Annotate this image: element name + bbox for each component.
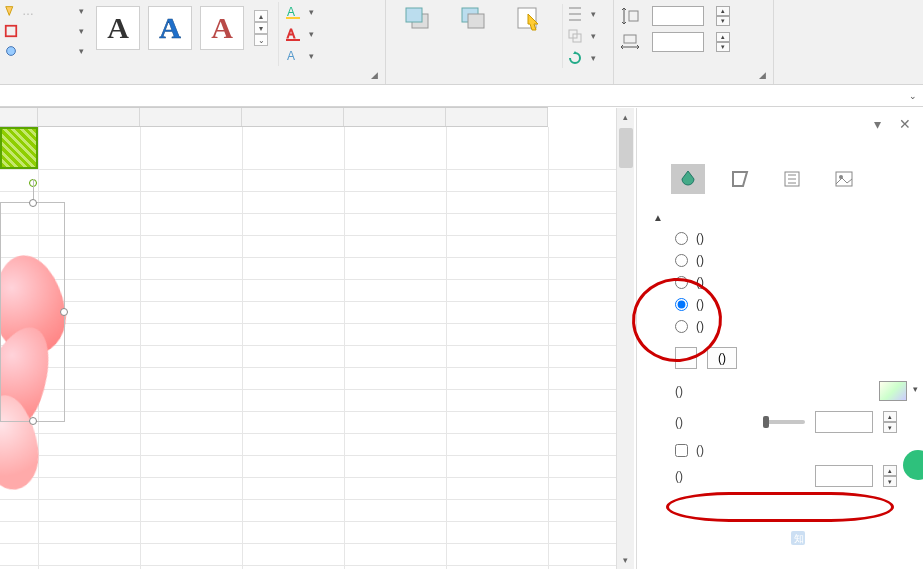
wordart-group-label [94,78,379,84]
svg-point-1 [7,47,16,56]
svg-rect-14 [629,11,638,21]
shape-fill-truncated[interactable]: …▾ [0,2,88,20]
fill-section-header[interactable]: ▲ [653,212,911,223]
texture-label: () [675,384,683,398]
size-group: ▴▾ ▴▾ ◢ [614,0,774,84]
format-picture-panel: ▾ ✕ ▲ () () () [636,108,923,569]
svg-text:知: 知 [794,533,804,544]
wordart-styles-group: A A A ▴▾⌄ A ▾ A ▾ A ▾ [88,0,386,84]
height-spinner[interactable]: ▴▾ [716,6,730,26]
svg-text:A: A [287,27,295,41]
watermark-text: 知 [789,529,813,547]
svg-rect-17 [836,172,852,186]
bring-forward-button[interactable] [392,4,444,32]
svg-rect-3 [286,17,300,19]
offset-left-spinner[interactable]: ▴▾ [883,465,897,487]
effects-category-icon[interactable] [723,164,757,194]
svg-rect-5 [286,39,300,41]
fill-pattern-radio[interactable]: () [675,319,911,333]
offset-left-label: () [675,469,753,483]
text-effects-button[interactable]: A ▾ [285,46,314,66]
clipboard-button[interactable]: () [707,347,737,369]
size-dialog-launcher[interactable]: ◢ [759,70,771,82]
fill-line-category-icon[interactable] [671,164,705,194]
shape-styles-edge: …▾ ▾ ▾ [0,0,88,60]
spreadsheet-grid[interactable] [0,127,634,569]
column-headers [0,107,548,127]
column-header-blank[interactable] [0,108,38,126]
height-input[interactable] [652,6,704,26]
svg-rect-8 [406,8,422,22]
width-spinner[interactable]: ▴▾ [716,32,730,52]
tile-as-texture-checkbox[interactable]: () [649,433,911,457]
ribbon: …▾ ▾ ▾ A A A ▴▾⌄ A ▾ [0,0,923,85]
fill-none-radio[interactable]: () [675,231,911,245]
svg-text:A: A [287,49,295,63]
transparency-slider[interactable] [763,420,805,424]
transparency-label: () [675,415,753,429]
collapse-triangle-icon: ▲ [653,212,663,223]
wordart-preset-1[interactable]: A [96,6,140,50]
panel-dropdown-icon[interactable]: ▾ [874,116,881,132]
wordart-gallery-spin[interactable]: ▴▾⌄ [254,10,268,46]
wordart-dialog-launcher[interactable]: ◢ [371,70,383,82]
arrange-group: ▾ ▾ ▾ [386,0,614,84]
resize-handle-top[interactable] [29,199,37,207]
scroll-down-arrow[interactable]: ▾ [617,551,634,569]
selection-pane-button[interactable] [504,4,556,32]
insert-image-button[interactable] [675,347,697,369]
active-cell-highlight [0,127,38,169]
size-group-label [620,78,767,84]
height-icon [620,7,640,25]
grid-vertical-scrollbar[interactable]: ▴ ▾ [616,108,634,569]
wordart-preset-2[interactable]: A [148,6,192,50]
group-objects-button[interactable]: ▾ [567,26,596,46]
scroll-up-arrow[interactable]: ▴ [617,108,634,126]
column-header[interactable] [140,108,242,126]
column-header[interactable] [344,108,446,126]
transparency-value-box[interactable] [815,411,873,433]
column-header[interactable] [242,108,344,126]
width-input[interactable] [652,32,704,52]
scroll-thumb[interactable] [619,128,633,168]
send-backward-button[interactable] [448,4,500,32]
transparency-spinner[interactable]: ▴▾ [883,411,897,433]
offset-left-value-box[interactable] [815,465,873,487]
image-selection-frame[interactable] [0,202,65,422]
fill-solid-radio[interactable]: () [675,253,911,267]
picture-category-icon[interactable] [827,164,861,194]
column-header[interactable] [38,108,140,126]
resize-handle-bottom[interactable] [29,417,37,425]
fill-gradient-radio[interactable]: () [675,275,911,289]
svg-rect-10 [468,14,484,28]
column-header[interactable] [446,108,548,126]
width-icon [620,33,640,51]
texture-picker[interactable] [879,381,907,401]
fill-picture-radio[interactable]: () [675,297,911,311]
shape-effects-button[interactable]: ▾ [0,42,88,60]
rotate-button[interactable]: ▾ [567,48,596,68]
resize-handle-right[interactable] [60,308,68,316]
panel-close-icon[interactable]: ✕ [899,116,911,132]
text-outline-button[interactable]: A ▾ [285,24,314,44]
wordart-preset-3[interactable]: A [200,6,244,50]
svg-rect-15 [624,35,636,43]
svg-text:A: A [287,5,295,19]
formula-bar-strip[interactable]: ⌄ [0,85,923,107]
formula-bar-expand[interactable]: ⌄ [909,91,917,101]
arrange-group-label [392,78,607,84]
svg-rect-0 [6,26,17,37]
shape-outline-button[interactable]: ▾ [0,22,88,40]
transparency-slider-thumb[interactable] [763,416,769,428]
align-button[interactable]: ▾ [567,4,596,24]
text-fill-button[interactable]: A ▾ [285,2,314,22]
size-properties-category-icon[interactable] [775,164,809,194]
